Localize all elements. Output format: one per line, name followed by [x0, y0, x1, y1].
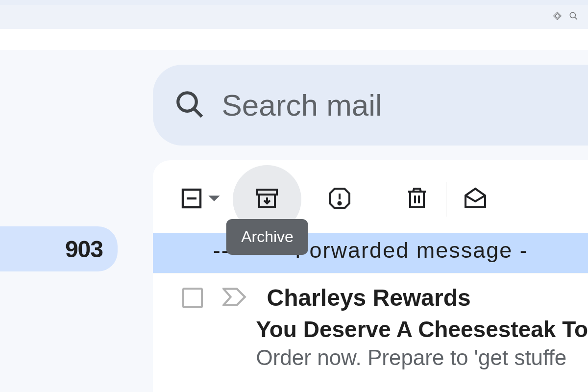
email-snippet: Order now. Prepare to 'get stuffe	[256, 345, 588, 370]
sender-name: Charleys Rewards	[267, 284, 470, 311]
important-icon[interactable]	[222, 287, 247, 309]
mail-open-icon	[464, 187, 487, 212]
action-toolbar: Archive	[153, 175, 588, 224]
sidebar-item-selected[interactable]: 903	[0, 226, 118, 271]
delete-button[interactable]	[400, 182, 434, 217]
email-row[interactable]: Charleys Rewards You Deserve A Cheeseste…	[153, 273, 588, 390]
svg-point-0	[570, 12, 575, 18]
report-spam-button[interactable]	[322, 182, 357, 217]
archive-button[interactable]: Archive	[233, 165, 301, 234]
archive-icon	[255, 187, 279, 212]
search-bar-wrap: Search mail	[153, 65, 588, 146]
search-bar[interactable]: Search mail	[153, 65, 588, 146]
row-header: Charleys Rewards	[182, 284, 588, 311]
select-partial-icon	[180, 187, 203, 212]
browser-extension-bar	[0, 5, 588, 29]
svg-line-3	[195, 109, 202, 117]
trash-icon	[405, 187, 429, 212]
top-strip	[0, 0, 588, 5]
unread-count: 903	[65, 236, 103, 263]
zoom-icon[interactable]	[569, 11, 578, 23]
mail-panel: Archive	[153, 160, 588, 392]
caret-down-icon	[207, 194, 221, 205]
row-checkbox[interactable]	[182, 288, 203, 308]
tooltip: Archive	[226, 219, 308, 255]
app-content: 903 Search mail	[0, 50, 588, 392]
search-placeholder: Search mail	[221, 88, 382, 122]
email-subject: You Deserve A Cheesesteak To	[256, 316, 588, 343]
svg-rect-6	[257, 190, 277, 195]
extension-icon[interactable]	[553, 11, 562, 23]
sidebar: 903	[0, 50, 153, 392]
svg-point-2	[178, 93, 197, 111]
main-column: Search mail	[153, 50, 588, 392]
mark-read-button[interactable]	[458, 182, 492, 217]
selected-email-row[interactable]: --------- Forwarded message -	[153, 233, 588, 273]
svg-line-1	[575, 17, 577, 20]
white-gap	[0, 29, 588, 50]
svg-point-8	[339, 202, 341, 204]
forwarded-snippet: --------- Forwarded message -	[153, 238, 588, 263]
spam-icon	[328, 187, 351, 212]
panel-wrap: Archive	[153, 160, 588, 392]
search-icon	[175, 90, 204, 121]
select-all-control[interactable]	[180, 187, 221, 212]
toolbar-divider	[446, 182, 446, 217]
